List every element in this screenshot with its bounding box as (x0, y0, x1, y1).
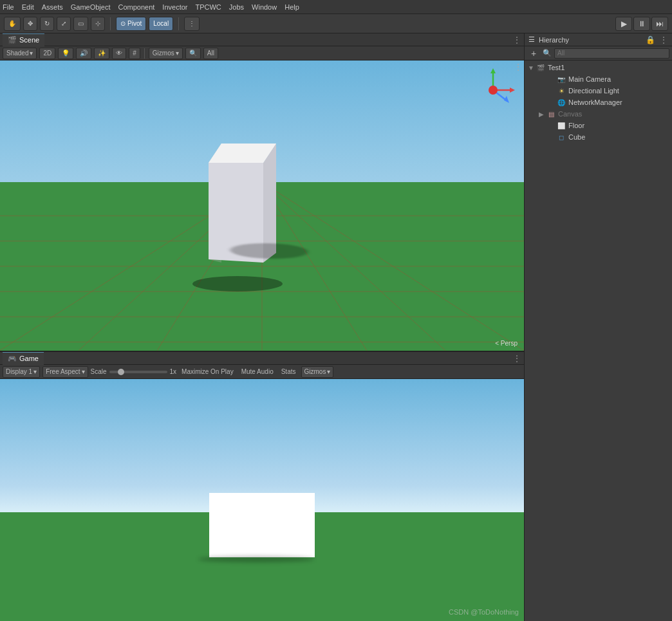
hierarchy-scene-item[interactable]: ▼ 🎬 Test1 (525, 62, 672, 73)
stats-label: Stats (281, 368, 296, 375)
shading-dropdown[interactable]: Shaded ▾ (3, 48, 37, 59)
hierarchy-more-icon[interactable]: ⋮ (659, 35, 668, 45)
scale-label: Scale (91, 368, 107, 375)
sep-1 (110, 17, 111, 30)
scale-slider[interactable] (109, 371, 167, 373)
mode-2d-button[interactable]: 2D (39, 48, 55, 59)
lighting-button[interactable]: 💡 (58, 48, 73, 59)
display-dropdown[interactable]: Display 1 ▾ (3, 366, 40, 378)
cube-no-arrow (548, 133, 555, 141)
scene-gizmo (469, 66, 518, 115)
hide-button[interactable]: 👁 (112, 48, 126, 59)
2d-label: 2D (43, 50, 51, 57)
audio-button[interactable]: 🔊 (76, 48, 91, 59)
svg-marker-22 (510, 88, 515, 93)
tool-rect[interactable]: ▭ (73, 17, 88, 31)
search-icon: 🔍 (543, 49, 552, 57)
aspect-chevron-icon: ▾ (82, 368, 85, 375)
hierarchy-item-canvas[interactable]: ▶ ▤ Canvas (525, 108, 672, 120)
tool-move[interactable]: ✥ (23, 17, 37, 31)
menu-help[interactable]: Help (285, 3, 299, 11)
persp-label: < Persp (495, 340, 518, 347)
gizmos-label: Gizmos (153, 50, 174, 57)
menu-jobs[interactable]: Jobs (229, 3, 244, 11)
camera-icon: 📷 (557, 75, 566, 84)
aspect-dropdown[interactable]: Free Aspect ▾ (42, 366, 88, 378)
menu-bar: File Edit Assets GameObject Component In… (0, 0, 672, 14)
snap-button[interactable]: ⋮ (184, 17, 200, 31)
scene-tab-more[interactable]: ⋮ (512, 35, 521, 45)
scale-control: Scale 1x (91, 368, 177, 375)
hierarchy-search-input[interactable] (554, 48, 669, 59)
canvas-icon: ▤ (546, 109, 555, 118)
play-controls: ▶ ⏸ ⏭ (615, 17, 668, 31)
hierarchy-item-directional-light[interactable]: ☀ Directional Light (525, 85, 672, 97)
hierarchy-header: ☰ Hierarchy 🔒 ⋮ (525, 33, 672, 46)
pivot-label: Pivot (127, 20, 142, 27)
local-label: Local (153, 20, 169, 27)
gizmos-dropdown[interactable]: Gizmos ▾ (149, 48, 183, 59)
tab-scene[interactable]: 🎬 Scene (3, 33, 44, 46)
menu-component[interactable]: Component (118, 3, 154, 11)
scene-tab-label: Scene (19, 36, 39, 44)
local-button[interactable]: Local (149, 17, 173, 31)
hierarchy-item-cube[interactable]: ◻ Cube (525, 131, 672, 143)
game-gizmos-chevron-icon: ▾ (327, 368, 330, 375)
game-tab-more[interactable]: ⋮ (512, 353, 521, 364)
menu-file[interactable]: File (3, 3, 14, 11)
scene-tab-bar: 🎬 Scene ⋮ (0, 33, 524, 46)
pivot-button[interactable]: ⊙ Pivot (116, 17, 146, 31)
hierarchy-item-main-camera[interactable]: 📷 Main Camera (525, 73, 672, 85)
game-cube (209, 493, 315, 557)
game-gizmos-dropdown[interactable]: Gizmos ▾ (301, 366, 334, 378)
fx-button[interactable]: ✨ (94, 48, 109, 59)
scene-icon: 🎬 (8, 36, 17, 44)
menu-edit[interactable]: Edit (22, 3, 34, 11)
maximize-on-play-button[interactable]: Maximize On Play (179, 366, 236, 378)
search-all-button[interactable]: All (203, 48, 218, 59)
svg-marker-24 (504, 96, 509, 103)
game-cube-shadow (198, 556, 314, 562)
scene-arrow-icon: ▼ (527, 64, 535, 71)
tool-rotate[interactable]: ↻ (40, 17, 54, 31)
hierarchy-item-network-manager[interactable]: 🌐 NetworkManager (525, 97, 672, 108)
menu-gameobject[interactable]: GameObject (71, 3, 111, 11)
floor-no-arrow (548, 122, 555, 129)
stats-button[interactable]: Stats (279, 366, 299, 378)
svg-point-13 (192, 276, 283, 292)
menu-assets[interactable]: Assets (42, 3, 63, 11)
maximize-label: Maximize On Play (182, 368, 234, 375)
display-chevron-icon: ▾ (33, 368, 37, 375)
cube-svg (173, 124, 295, 292)
search-all-label: All (207, 50, 214, 57)
hierarchy-lock-icon[interactable]: 🔒 (646, 35, 655, 44)
network-manager-label: NetworkManager (568, 98, 669, 106)
menu-tpcwc[interactable]: TPCWC (195, 3, 221, 11)
scene-more-button[interactable]: ⋮ (514, 62, 523, 72)
tab-game[interactable]: 🎮 Game (3, 352, 44, 365)
menu-invector[interactable]: Invector (162, 3, 187, 11)
game-gizmos-label: Gizmos (304, 368, 326, 375)
grid-button[interactable]: # (129, 48, 140, 59)
pause-button[interactable]: ⏸ (633, 17, 650, 31)
svg-point-25 (489, 86, 498, 95)
display-label: Display 1 (6, 368, 32, 375)
left-panel: 🎬 Scene ⋮ Shaded ▾ 2D 💡 🔊 ✨ 👁 # Gizmos ▾ (0, 33, 524, 621)
hierarchy-title: Hierarchy (539, 36, 642, 44)
tool-transform[interactable]: ⊹ (91, 17, 105, 31)
mute-audio-button[interactable]: Mute Audio (239, 366, 276, 378)
cube-icon: ◻ (557, 133, 566, 142)
scale-value: 1x (170, 368, 177, 375)
step-button[interactable]: ⏭ (651, 17, 668, 31)
directional-light-label: Directional Light (568, 87, 669, 95)
gizmo-svg (469, 66, 518, 115)
play-button[interactable]: ▶ (615, 17, 632, 31)
hierarchy-add-button[interactable]: + (527, 47, 540, 60)
search-scene-button[interactable]: 🔍 (185, 48, 201, 59)
hierarchy-item-floor[interactable]: ⬜ Floor (525, 120, 672, 131)
canvas-arrow-icon: ▶ (537, 110, 545, 118)
tool-hand[interactable]: ✋ (4, 17, 21, 31)
menu-window[interactable]: Window (252, 3, 277, 11)
hierarchy-scene-name: Test1 (548, 64, 669, 71)
tool-scale[interactable]: ⤢ (57, 17, 71, 31)
